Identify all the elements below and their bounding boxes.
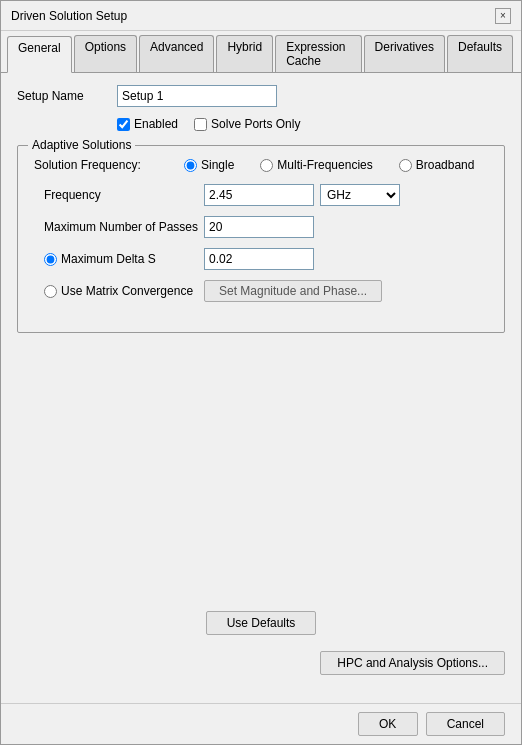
setup-name-label: Setup Name [17, 89, 117, 103]
radio-broadband-text: Broadband [416, 158, 475, 172]
radio-multi[interactable] [260, 159, 273, 172]
setup-name-row: Setup Name [17, 85, 505, 107]
ok-button[interactable]: OK [358, 712, 418, 736]
adaptive-solutions-group: Adaptive Solutions Solution Frequency: S… [17, 145, 505, 333]
solution-frequency-label: Solution Frequency: [34, 158, 174, 172]
matrix-convergence-row: Use Matrix Convergence Set Magnitude and… [34, 280, 488, 302]
hpc-button[interactable]: HPC and Analysis Options... [320, 651, 505, 675]
frequency-row: Frequency GHz MHz KHz Hz THz [34, 184, 488, 206]
frequency-input[interactable] [204, 184, 314, 206]
enabled-checkbox-label[interactable]: Enabled [117, 117, 178, 131]
max-passes-label: Maximum Number of Passes [44, 220, 204, 234]
tab-general[interactable]: General [7, 36, 72, 73]
tab-hybrid[interactable]: Hybrid [216, 35, 273, 72]
solve-ports-label: Solve Ports Only [211, 117, 300, 131]
max-delta-s-radio[interactable] [44, 253, 57, 266]
cancel-button[interactable]: Cancel [426, 712, 505, 736]
radio-broadband-label[interactable]: Broadband [399, 158, 475, 172]
radio-single-label[interactable]: Single [184, 158, 234, 172]
use-defaults-button[interactable]: Use Defaults [206, 611, 317, 635]
max-delta-s-radio-label[interactable]: Maximum Delta S [34, 252, 204, 266]
tabs-container: General Options Advanced Hybrid Expressi… [1, 31, 521, 73]
title-bar: Driven Solution Setup × [1, 1, 521, 31]
group-title: Adaptive Solutions [28, 138, 135, 152]
setup-name-input[interactable] [117, 85, 277, 107]
radio-multi-text: Multi-Frequencies [277, 158, 372, 172]
tab-derivatives[interactable]: Derivatives [364, 35, 445, 72]
max-passes-row: Maximum Number of Passes [34, 216, 488, 238]
radio-single-text: Single [201, 158, 234, 172]
max-delta-s-input[interactable] [204, 248, 314, 270]
enabled-label: Enabled [134, 117, 178, 131]
close-button[interactable]: × [495, 8, 511, 24]
solve-ports-checkbox-label[interactable]: Solve Ports Only [194, 117, 300, 131]
checkboxes-row: Enabled Solve Ports Only [117, 117, 505, 131]
dialog-title: Driven Solution Setup [11, 9, 127, 23]
radio-multi-label[interactable]: Multi-Frequencies [260, 158, 372, 172]
frequency-label: Frequency [44, 188, 204, 202]
bottom-area: Use Defaults HPC and Analysis Options... [1, 611, 521, 703]
tab-expression-cache[interactable]: Expression Cache [275, 35, 361, 72]
dialog-content: Setup Name Enabled Solve Ports Only Adap… [1, 73, 521, 611]
max-delta-s-label: Maximum Delta S [61, 252, 156, 266]
tab-advanced[interactable]: Advanced [139, 35, 214, 72]
dialog-footer: OK Cancel [1, 703, 521, 744]
frequency-unit-select[interactable]: GHz MHz KHz Hz THz [320, 184, 400, 206]
set-magnitude-button[interactable]: Set Magnitude and Phase... [204, 280, 382, 302]
radio-single[interactable] [184, 159, 197, 172]
use-defaults-row: Use Defaults [17, 611, 505, 635]
enabled-checkbox[interactable] [117, 118, 130, 131]
max-passes-input[interactable] [204, 216, 314, 238]
hpc-row: HPC and Analysis Options... [17, 651, 505, 675]
tab-options[interactable]: Options [74, 35, 137, 72]
matrix-convergence-radio-label[interactable]: Use Matrix Convergence [34, 284, 204, 298]
matrix-convergence-radio[interactable] [44, 285, 57, 298]
solve-ports-checkbox[interactable] [194, 118, 207, 131]
solution-frequency-row: Solution Frequency: Single Multi-Frequen… [34, 158, 488, 172]
max-delta-s-row: Maximum Delta S [34, 248, 488, 270]
radio-broadband[interactable] [399, 159, 412, 172]
tab-defaults[interactable]: Defaults [447, 35, 513, 72]
matrix-convergence-label: Use Matrix Convergence [61, 284, 193, 298]
